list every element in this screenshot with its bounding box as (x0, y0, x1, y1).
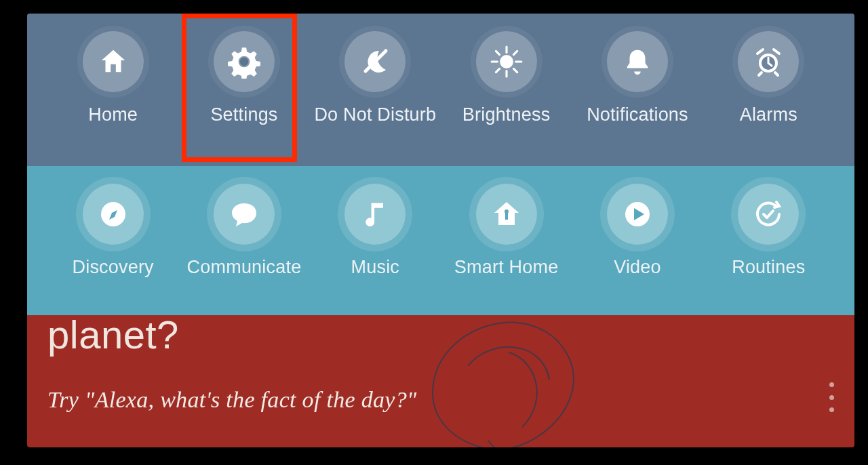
svg-line-10 (513, 51, 517, 54)
house-icon (83, 31, 144, 92)
quick-item-settings[interactable]: Settings (183, 31, 305, 125)
smart-home-icon (476, 184, 537, 245)
quick-item-label: Alarms (740, 104, 797, 125)
svg-line-8 (513, 68, 517, 72)
quick-item-music[interactable]: Music (314, 184, 436, 278)
alarm-clock-icon (738, 31, 799, 92)
quick-item-notifications[interactable]: Notifications (576, 31, 698, 125)
svg-line-7 (496, 51, 499, 54)
quick-item-label: Video (614, 257, 661, 278)
try-suggestion-text: Try "Alexa, what's the fact of the day?" (47, 387, 834, 413)
compass-icon (83, 184, 144, 245)
svg-line-9 (496, 68, 499, 72)
quick-item-label: Routines (732, 257, 805, 278)
quick-item-communicate[interactable]: Communicate (183, 184, 305, 278)
quick-panel-row-1: Home Settings Do Not Disturb Brightness (27, 14, 854, 166)
quick-item-label: Notifications (587, 104, 688, 125)
music-note-icon (344, 184, 406, 245)
more-options-button[interactable] (823, 382, 840, 412)
dnd-moon-icon (344, 31, 406, 92)
play-icon (607, 184, 668, 245)
quick-item-routines[interactable]: Routines (707, 184, 829, 278)
quick-item-label: Communicate (187, 257, 302, 278)
quick-item-discovery[interactable]: Discovery (52, 184, 174, 278)
headline-fragment: planet? (47, 315, 834, 355)
quick-item-alarms[interactable]: Alarms (707, 31, 829, 125)
quick-item-smart-home[interactable]: Smart Home (446, 184, 568, 278)
quick-item-brightness[interactable]: Brightness (446, 31, 568, 125)
svg-point-0 (240, 58, 249, 66)
routines-icon (738, 184, 799, 245)
quick-item-label: Home (88, 104, 138, 125)
quick-item-label: Brightness (462, 104, 551, 125)
quick-item-label: Do Not Disturb (314, 104, 436, 125)
quick-item-video[interactable]: Video (576, 184, 698, 278)
home-card-area: planet? Try "Alexa, what's the fact of t… (27, 315, 854, 447)
gear-icon (214, 31, 275, 92)
svg-point-2 (500, 56, 512, 68)
quick-item-label: Music (351, 257, 400, 278)
sun-icon (476, 31, 537, 92)
speech-bubble-icon (214, 184, 275, 245)
device-screen: Home Settings Do Not Disturb Brightness (27, 14, 854, 447)
quick-item-label: Settings (210, 104, 277, 125)
bell-icon (607, 31, 668, 92)
svg-rect-15 (505, 213, 508, 220)
quick-item-label: Discovery (72, 257, 153, 278)
quick-item-label: Smart Home (454, 257, 559, 278)
quick-item-home[interactable]: Home (52, 31, 174, 125)
quick-item-dnd[interactable]: Do Not Disturb (314, 31, 436, 125)
